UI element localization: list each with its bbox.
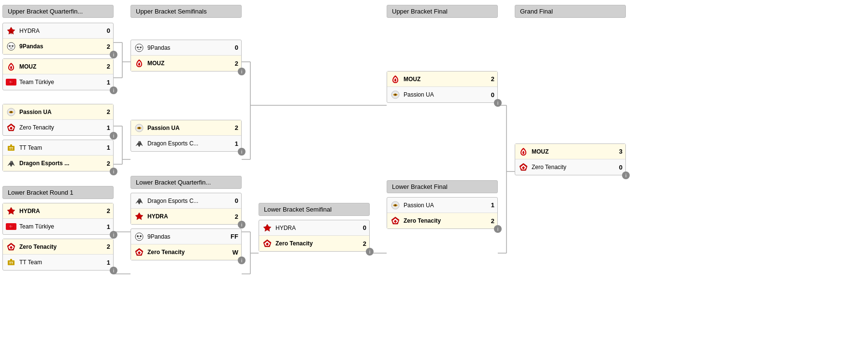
svg-point-55 — [137, 46, 138, 47]
lower-bracket-final-label: Lower Bracket Final — [387, 180, 498, 193]
lbq-m2-t1-score: FF — [230, 233, 238, 240]
gf-match-1-box: MOUZ 3 Zero Tenacity 0 — [515, 143, 626, 175]
lbs-m1-t2-score: 2 — [358, 240, 366, 247]
grand-final-label: Grand Final — [515, 5, 626, 18]
ubq-m2-t1-name: MOUZ — [19, 63, 100, 70]
svg-text:TT: TT — [9, 147, 14, 150]
ubq-m2-t2-name: Team Türkiye — [19, 79, 100, 86]
lbf-m1-t2-name: Zero Tenacity — [404, 217, 484, 224]
ubq-m1-team1: HYDRA 0 — [3, 23, 113, 39]
lower-bracket-semifinal-label: Lower Bracket Semifinal — [259, 203, 370, 216]
lbq-m1-t2-score: 2 — [230, 213, 238, 220]
gf-m1-t1-name: MOUZ — [532, 148, 612, 155]
lbq-m2-t1-name: 9Pandas — [147, 233, 228, 240]
svg-point-32 — [7, 43, 15, 50]
gf-m1-t1-score: 3 — [614, 148, 622, 155]
ubq-m2-team2: 🇹🇷 Team Türkiye 1 — [3, 74, 113, 90]
ubq-m1-info[interactable]: i — [110, 51, 117, 58]
bracket-wrapper: Upper Bracket Quarterfin... HYDRA 0 9Pan… — [0, 0, 868, 342]
gf-m1-team1: MOUZ 3 — [515, 144, 625, 159]
lbr1-m1-t2-score: 1 — [101, 223, 110, 230]
ubf-m1-t1-name: MOUZ — [404, 76, 484, 83]
lbr1-m2-info[interactable]: i — [110, 267, 117, 274]
lbr1-m1-team1: HYDRA 2 — [3, 203, 113, 219]
lbr1-m1-t1-score: 2 — [101, 207, 110, 214]
ubs-m2-t2-name: Dragon Esports C... — [147, 140, 228, 147]
ubq-m2-t2-score: 1 — [101, 79, 110, 86]
ubs-m2-team1: Passion UA 2 — [131, 120, 241, 136]
ubs-m1-t2-name: MOUZ — [147, 60, 228, 67]
zerotenacity-logo-3 — [134, 247, 145, 257]
ubf-m1-t2-score: 0 — [486, 91, 494, 99]
ubq-m1-t2-name: 9Pandas — [19, 43, 100, 50]
lbq-match-1: Dragon Esports C... 0 HYDRA 2 i — [130, 193, 242, 225]
ubs-match-1: 9Pandas 0 MOUZ 2 i — [130, 40, 242, 71]
lbf-m1-t1-name: Passion UA — [404, 202, 484, 209]
svg-point-38 — [10, 111, 12, 113]
ubq-match-4: TT TT Team 1 Dragon Esports ... 2 i — [2, 140, 114, 171]
ttteam-logo-2: TT — [6, 257, 16, 268]
ubq-m4-t2-score: 2 — [101, 160, 110, 167]
ubq-match-4-box: TT TT Team 1 Dragon Esports ... 2 — [2, 140, 114, 171]
ubs-m1-t1-name: 9Pandas — [147, 44, 228, 51]
lbq-m1-info[interactable]: i — [238, 221, 246, 228]
lbs-m1-t1-name: HYDRA — [275, 225, 356, 231]
lbq-m2-t2-score: W — [230, 249, 238, 256]
gf-match-1: MOUZ 3 Zero Tenacity 0 i — [515, 143, 626, 175]
dragon-logo-3 — [134, 196, 145, 206]
lbr1-match-1: HYDRA 2 🇹🇷 Team Türkiye 1 i — [2, 203, 114, 235]
lbr1-m2-t1-score: 2 — [101, 243, 110, 250]
lbs-match-1: HYDRA 0 Zero Tenacity 2 i — [259, 220, 370, 252]
lbr1-m1-t2-name: Team Türkiye — [19, 223, 100, 230]
ubf-m1-t2-name: Passion UA — [404, 91, 484, 98]
ubs-m1-info[interactable]: i — [238, 68, 246, 75]
ubq-m3-t1-score: 2 — [101, 108, 110, 115]
lbr1-m1-info[interactable]: i — [110, 231, 117, 239]
lower-bracket-quarterfinals-label: Lower Bracket Quarterfin... — [130, 176, 242, 189]
ubs-m2-t2-score: 1 — [230, 140, 238, 147]
lbs-m1-info[interactable]: i — [366, 248, 374, 256]
ubs-m2-team2: Dragon Esports C... 1 — [131, 136, 241, 151]
lbr1-match-2: Zero Tenacity 2 TT TT Team 1 i — [2, 239, 114, 271]
turkey-flag-2: 🇹🇷 — [6, 221, 16, 232]
ubq-match-1-box: HYDRA 0 9Pandas 2 — [2, 23, 114, 55]
lbf-m1-t1-score: 1 — [486, 201, 494, 209]
upper-bracket-semifinals-label: Upper Bracket Semifinals — [130, 5, 242, 18]
lbr1-m2-team1: Zero Tenacity 2 — [3, 239, 113, 255]
lbr1-m2-team2: TT TT Team 1 — [3, 255, 113, 270]
ubf-m1-info[interactable]: i — [494, 99, 502, 107]
ubq-m2-info[interactable]: i — [110, 86, 117, 94]
ubq-m4-info[interactable]: i — [110, 168, 117, 175]
ubs-m2-info[interactable]: i — [238, 148, 246, 156]
zerotenacity-logo-2 — [6, 242, 16, 252]
svg-point-71 — [394, 94, 396, 96]
ubq-m4-team1: TT TT Team 1 — [3, 140, 113, 156]
gf-m1-info[interactable]: i — [622, 171, 630, 179]
lbq-m2-t2-name: Zero Tenacity — [147, 249, 228, 256]
ubq-m4-t1-name: TT Team — [19, 144, 100, 151]
lbf-m1-team1: Passion UA 1 — [387, 198, 497, 213]
mouz-logo-2 — [134, 58, 145, 69]
passionua-logo-3 — [390, 89, 401, 100]
svg-point-61 — [135, 233, 143, 241]
hydra-logo — [6, 26, 16, 36]
lbf-m1-info[interactable]: i — [494, 225, 502, 233]
lbf-m1-t2-score: 2 — [486, 217, 494, 225]
lbq-m2-info[interactable]: i — [238, 256, 246, 264]
ubs-m2-t1-name: Passion UA — [147, 125, 228, 131]
ubq-m2-team1: MOUZ 2 — [3, 59, 113, 74]
dragon-logo-1 — [6, 158, 16, 169]
svg-point-62 — [137, 235, 139, 237]
gf-m1-team2: Zero Tenacity 0 — [515, 159, 625, 175]
lbf-match-1-box: Passion UA 1 Zero Tenacity 2 — [387, 197, 498, 229]
ubq-m3-t1-name: Passion UA — [19, 109, 100, 115]
ubq-m3-info[interactable]: i — [110, 132, 117, 140]
dragon-logo-2 — [134, 138, 145, 149]
lbq-m1-team2: HYDRA 2 — [131, 209, 241, 224]
mouz-logo-1 — [6, 61, 16, 72]
passionua-logo-1 — [6, 107, 16, 117]
lbs-m1-t1-score: 0 — [358, 224, 366, 231]
lbr1-m2-t2-name: TT Team — [19, 259, 100, 266]
ubf-m1-team2: Passion UA 0 — [387, 87, 497, 102]
ubs-m1-t1-score: 0 — [230, 44, 238, 51]
